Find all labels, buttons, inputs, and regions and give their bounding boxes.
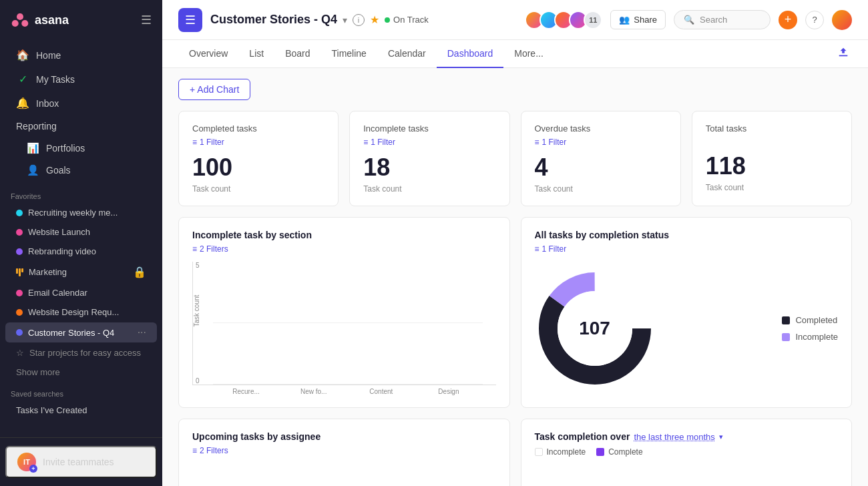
sidebar-item-goals[interactable]: 👤 Goals bbox=[5, 160, 157, 181]
invite-label: Invite teammates bbox=[43, 457, 114, 467]
bar-chart-inner: Task count 5 0 bbox=[192, 262, 496, 385]
donut-chart-title: All tasks by completion status bbox=[535, 230, 839, 240]
invite-teammates-button[interactable]: IT + Invite teammates bbox=[5, 446, 157, 478]
stat-filter-incomplete[interactable]: ≡ 1 Filter bbox=[363, 138, 495, 147]
favorites-item-marketing[interactable]: Marketing 🔒 bbox=[5, 262, 157, 282]
stat-title-incomplete: Incomplete tasks bbox=[363, 124, 495, 134]
asana-logo[interactable]: asana bbox=[11, 11, 69, 29]
donut-area: 107 Completed Incomplete bbox=[535, 262, 839, 395]
stat-filter-overdue[interactable]: ≡ 1 Filter bbox=[535, 138, 667, 147]
filter-icon-1: ≡ bbox=[363, 138, 368, 147]
stat-sublabel-incomplete: Task count bbox=[363, 184, 495, 194]
reporting-section: Reporting bbox=[5, 115, 157, 137]
legend-label-incomplete: Incomplete bbox=[795, 332, 838, 342]
stat-filter-completed[interactable]: ≡ 1 Filter bbox=[192, 138, 324, 147]
project-info-icon[interactable]: i bbox=[353, 14, 365, 26]
bar-chart-filter[interactable]: ≡ 2 Filters bbox=[192, 244, 496, 254]
tc-legend-incomplete: Incomplete bbox=[535, 447, 586, 457]
marketing-lock-icon: 🔒 bbox=[133, 266, 146, 278]
favorites-item-customer-stories-label: Customer Stories - Q4 bbox=[28, 328, 114, 338]
upcoming-filter-icon: ≡ bbox=[192, 446, 197, 455]
sidebar: asana ☰ 🏠 Home ✓ My Tasks 🔔 Inbox Report… bbox=[0, 0, 162, 486]
donut-chart: 107 bbox=[535, 268, 655, 389]
tab-more[interactable]: More... bbox=[503, 40, 554, 68]
stat-title-total: Total tasks bbox=[706, 124, 838, 134]
saved-searches-section: Saved searches bbox=[0, 382, 162, 401]
add-chart-button[interactable]: + Add Chart bbox=[178, 79, 250, 100]
upcoming-chart-filter[interactable]: ≡ 2 Filters bbox=[192, 446, 496, 455]
tab-overview[interactable]: Overview bbox=[178, 40, 238, 68]
sidebar-item-portfolios-label: Portfolios bbox=[46, 143, 85, 154]
tc-legend-complete: Complete bbox=[596, 447, 642, 457]
favorites-item-email-calendar[interactable]: Email Calendar bbox=[5, 284, 157, 302]
stat-card-completed: Completed tasks ≡ 1 Filter 100 Task coun… bbox=[178, 111, 339, 206]
show-more-link[interactable]: Show more bbox=[5, 363, 157, 381]
filter-label-1: 1 Filter bbox=[371, 138, 395, 147]
favorites-item-customer-stories[interactable]: Customer Stories - Q4 ··· bbox=[5, 322, 157, 342]
logo-text: asana bbox=[35, 13, 69, 27]
filter-icon-0: ≡ bbox=[192, 138, 197, 147]
favorites-item-website-design-label: Website Design Requ... bbox=[28, 307, 119, 317]
stat-title-overdue: Overdue tasks bbox=[535, 124, 667, 134]
stat-card-incomplete: Incomplete tasks ≡ 1 Filter 18 Task coun… bbox=[349, 111, 509, 206]
project-icon: ☰ bbox=[185, 13, 196, 27]
completion-period-caret[interactable]: ▾ bbox=[719, 433, 723, 441]
tab-list[interactable]: List bbox=[238, 40, 274, 68]
bell-icon: 🔔 bbox=[16, 97, 29, 109]
svg-point-1 bbox=[12, 20, 19, 27]
sidebar-item-my-tasks[interactable]: ✓ My Tasks bbox=[5, 67, 157, 91]
create-button[interactable]: + bbox=[779, 11, 797, 29]
favorites-item-recruiting[interactable]: Recruiting weekly me... bbox=[5, 204, 157, 222]
project-icon-button[interactable]: ☰ bbox=[178, 8, 202, 32]
tc-legend-complete-label: Complete bbox=[608, 447, 642, 457]
export-icon[interactable] bbox=[835, 43, 852, 64]
tab-dashboard[interactable]: Dashboard bbox=[437, 40, 504, 68]
completion-title: Task completion over bbox=[535, 431, 630, 442]
tab-timeline[interactable]: Timeline bbox=[321, 40, 377, 68]
tc-legend-box-complete bbox=[596, 448, 604, 456]
bottom-charts-row: Upcoming tasks by assignee ≡ 2 Filters T… bbox=[178, 419, 852, 486]
stat-sublabel-total: Task count bbox=[706, 183, 838, 192]
favorites-item-website-launch[interactable]: Website Launch bbox=[5, 223, 157, 241]
bar-filter-label: 2 Filters bbox=[200, 244, 228, 254]
project-title: Customer Stories - Q4 bbox=[210, 13, 337, 27]
stat-card-total: Total tasks 118 Task count bbox=[692, 111, 852, 206]
sidebar-item-portfolios[interactable]: 📊 Portfolios bbox=[5, 138, 157, 159]
main-content: ☰ Customer Stories - Q4 ▾ i ★ On Track 1… bbox=[162, 0, 868, 486]
donut-chart-filter[interactable]: ≡ 1 Filter bbox=[535, 244, 839, 254]
customer-stories-more-icon[interactable]: ··· bbox=[138, 326, 146, 338]
reporting-label: Reporting bbox=[16, 121, 57, 132]
x-label-0: Recure... bbox=[212, 388, 280, 395]
tc-legend-box-incomplete bbox=[535, 448, 543, 456]
stats-row: Completed tasks ≡ 1 Filter 100 Task coun… bbox=[178, 111, 852, 206]
title-dropdown-icon[interactable]: ▾ bbox=[343, 15, 347, 25]
search-bar[interactable]: 🔍 Search bbox=[674, 10, 771, 29]
sidebar-item-my-tasks-label: My Tasks bbox=[36, 74, 75, 85]
grid-line-0 bbox=[213, 384, 483, 385]
website-launch-dot bbox=[16, 229, 23, 236]
upcoming-chart-title: Upcoming tasks by assignee bbox=[192, 431, 496, 442]
sidebar-item-inbox[interactable]: 🔔 Inbox bbox=[5, 91, 157, 115]
stat-sublabel-overdue: Task count bbox=[535, 184, 667, 194]
sidebar-item-goals-label: Goals bbox=[46, 165, 71, 176]
user-avatar[interactable] bbox=[832, 10, 852, 30]
favorites-item-rebranding[interactable]: Rebranding video bbox=[5, 242, 157, 260]
saved-search-tasks-created[interactable]: Tasks I've Created bbox=[5, 401, 157, 419]
bar-filter-icon: ≡ bbox=[192, 244, 197, 254]
share-button[interactable]: 👥 Share bbox=[610, 10, 666, 29]
x-label-3: Design bbox=[415, 388, 482, 395]
project-star-icon[interactable]: ★ bbox=[370, 13, 379, 26]
filter-label-2: 1 Filter bbox=[542, 138, 567, 147]
tab-board[interactable]: Board bbox=[274, 40, 320, 68]
nav-tabs: Overview List Board Timeline Calendar Da… bbox=[162, 40, 868, 68]
menu-icon[interactable]: ☰ bbox=[141, 13, 152, 27]
home-icon: 🏠 bbox=[16, 49, 29, 61]
tab-calendar[interactable]: Calendar bbox=[377, 40, 437, 68]
rebranding-dot bbox=[16, 248, 23, 255]
completion-period[interactable]: the last three months bbox=[634, 432, 714, 442]
portfolios-icon: 📊 bbox=[27, 142, 39, 154]
help-button[interactable]: ? bbox=[805, 11, 824, 29]
favorites-item-website-design[interactable]: Website Design Requ... bbox=[5, 303, 157, 321]
sidebar-item-home[interactable]: 🏠 Home bbox=[5, 43, 157, 67]
completion-legend: Incomplete Complete bbox=[535, 447, 839, 457]
